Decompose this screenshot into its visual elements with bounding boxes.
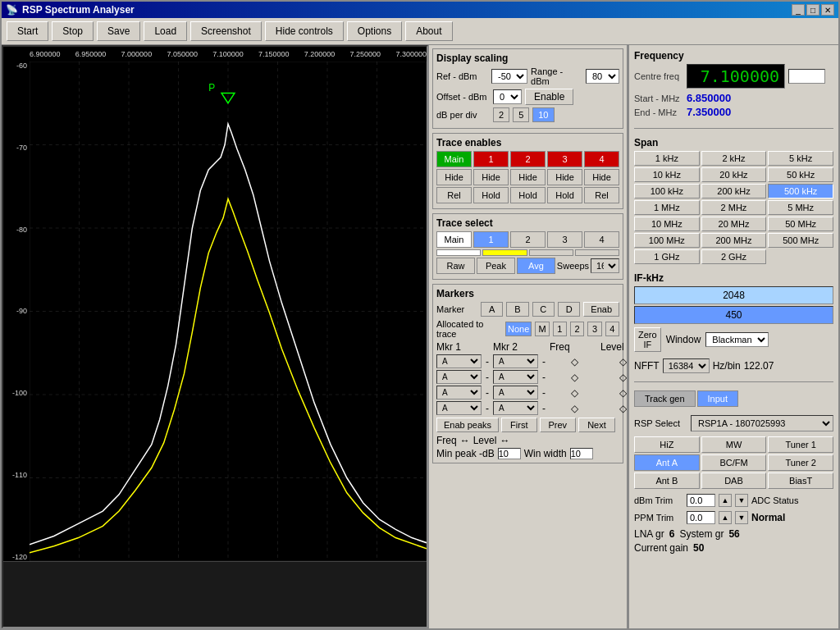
db-btn-10[interactable]: 10 [532, 107, 554, 122]
span-500mhz[interactable]: 500 MHz [768, 233, 833, 248]
alloc-4-btn[interactable]: 4 [605, 322, 619, 336]
trace-sel-3-btn[interactable]: 3 [547, 231, 582, 248]
mkr2-sel-1[interactable]: A [493, 354, 538, 368]
span-2ghz[interactable]: 2 GHz [701, 249, 767, 264]
marker-d-btn[interactable]: D [558, 302, 580, 317]
about-button[interactable]: About [405, 21, 452, 41]
min-peak-input[interactable] [498, 448, 521, 459]
biast-btn[interactable]: BiasT [768, 472, 833, 489]
mkr2-sel-4[interactable]: A [493, 401, 538, 415]
alloc-3-btn[interactable]: 3 [587, 322, 601, 336]
trace-main-btn[interactable]: Main [436, 151, 472, 167]
tuner2-btn[interactable]: Tuner 2 [768, 454, 833, 471]
hold-1-btn[interactable]: Hold [473, 187, 509, 203]
save-button[interactable]: Save [97, 21, 140, 41]
mw-btn[interactable]: MW [701, 436, 767, 453]
enable-button[interactable]: Enable [525, 89, 573, 105]
dbm-trim-input[interactable] [687, 494, 715, 507]
span-10mhz[interactable]: 10 MHz [634, 217, 700, 231]
avg-btn[interactable]: Avg [517, 258, 555, 274]
minimize-button[interactable]: _ [792, 4, 805, 16]
tab-input[interactable]: Input [697, 390, 738, 407]
enab-btn[interactable]: Enab [583, 302, 619, 317]
trace-sel-main-btn[interactable]: Main [436, 231, 472, 248]
enab-peaks-btn[interactable]: Enab peaks [436, 418, 499, 432]
hiz-btn[interactable]: HiZ [634, 436, 700, 453]
raw-btn[interactable]: Raw [436, 258, 475, 274]
span-1ghz[interactable]: 1 GHz [634, 249, 700, 264]
prev-btn[interactable]: Prev [540, 418, 577, 432]
hide-controls-button[interactable]: Hide controls [265, 21, 344, 41]
span-100mhz[interactable]: 100 MHz [634, 233, 700, 248]
sweeps-select[interactable]: 16 [591, 258, 619, 273]
span-10khz[interactable]: 10 kHz [634, 167, 700, 182]
start-button[interactable]: Start [7, 21, 48, 41]
span-200khz[interactable]: 200 kHz [701, 184, 767, 199]
ppm-trim-dn[interactable]: ▼ [735, 511, 748, 524]
mkr1-sel-3[interactable]: A [436, 386, 482, 399]
ppm-trim-up[interactable]: ▲ [719, 511, 732, 524]
trace-sel-2-btn[interactable]: 2 [510, 231, 546, 248]
ref-dbm-select[interactable]: -50 [491, 69, 527, 84]
rsp-select-dropdown[interactable]: RSP1A - 1807025993 [691, 415, 833, 431]
marker-a-btn[interactable]: A [481, 302, 503, 317]
load-button[interactable]: Load [144, 21, 187, 41]
options-button[interactable]: Options [347, 21, 402, 41]
mkr2-sel-3[interactable]: A [493, 386, 538, 399]
offset-dbm-select[interactable]: 0 [493, 89, 522, 104]
if-2048-btn[interactable]: 2048 [634, 286, 833, 304]
span-1khz[interactable]: 1 kHz [634, 151, 700, 166]
mkr1-sel-4[interactable]: A [436, 401, 482, 415]
span-1mhz[interactable]: 1 MHz [634, 200, 700, 215]
db-btn-2[interactable]: 2 [493, 107, 509, 122]
span-500khz[interactable]: 500 kHz [768, 184, 833, 199]
first-btn[interactable]: First [501, 418, 536, 432]
alloc-1-btn[interactable]: 1 [553, 322, 567, 336]
hide-main-btn[interactable]: Hide [436, 169, 472, 185]
screenshot-button[interactable]: Screenshot [190, 21, 262, 41]
tuner1-btn[interactable]: Tuner 1 [768, 436, 833, 453]
ant-a-btn[interactable]: Ant A [634, 454, 700, 471]
hide-1-btn[interactable]: Hide [473, 169, 509, 185]
stop-button[interactable]: Stop [52, 21, 94, 41]
marker-c-btn[interactable]: C [532, 302, 555, 317]
rel-4-btn[interactable]: Rel [584, 187, 619, 203]
centre-freq-input[interactable] [788, 69, 825, 84]
span-5mhz[interactable]: 5 MHz [768, 200, 833, 215]
nfft-select[interactable]: 16384 [663, 358, 710, 373]
dbm-trim-dn[interactable]: ▼ [735, 494, 748, 507]
mkr2-sel-2[interactable]: A [493, 370, 538, 384]
trace-sel-1-btn[interactable]: 1 [473, 231, 509, 248]
mkr1-sel-2[interactable]: A [436, 370, 482, 384]
maximize-button[interactable]: □ [806, 4, 819, 16]
span-50mhz[interactable]: 50 MHz [768, 217, 833, 231]
span-5khz[interactable]: 5 kHz [768, 151, 833, 166]
tab-track-gen[interactable]: Track gen [634, 390, 696, 407]
mkr1-sel-1[interactable]: A [436, 354, 482, 368]
trace-sel-4-btn[interactable]: 4 [584, 231, 619, 248]
span-20khz[interactable]: 20 kHz [701, 167, 767, 182]
hide-4-btn[interactable]: Hide [584, 169, 619, 185]
window-select[interactable]: Blackman [705, 332, 769, 347]
span-2khz[interactable]: 2 kHz [701, 151, 767, 166]
win-width-input[interactable] [570, 448, 593, 459]
marker-b-btn[interactable]: B [506, 302, 528, 317]
hold-3-btn[interactable]: Hold [547, 187, 582, 203]
span-2mhz[interactable]: 2 MHz [701, 200, 767, 215]
zero-if-btn[interactable]: Zero IF [634, 327, 661, 352]
ant-b-btn[interactable]: Ant B [634, 472, 700, 489]
span-100khz[interactable]: 100 kHz [634, 184, 700, 199]
next-btn[interactable]: Next [578, 418, 615, 432]
span-20mhz[interactable]: 20 MHz [701, 217, 767, 231]
close-button[interactable]: ✕ [821, 4, 834, 16]
ppm-trim-input[interactable] [687, 511, 715, 524]
hold-2-btn[interactable]: Hold [510, 187, 546, 203]
db-btn-5[interactable]: 5 [513, 107, 529, 122]
alloc-none-btn[interactable]: None [505, 322, 532, 336]
hide-3-btn[interactable]: Hide [547, 169, 582, 185]
trace-3-btn[interactable]: 3 [547, 151, 582, 167]
range-dbm-select[interactable]: 80 [586, 69, 619, 84]
bcfm-btn[interactable]: BC/FM [701, 454, 767, 471]
span-200mhz[interactable]: 200 MHz [701, 233, 767, 248]
trace-2-btn[interactable]: 2 [510, 151, 546, 167]
